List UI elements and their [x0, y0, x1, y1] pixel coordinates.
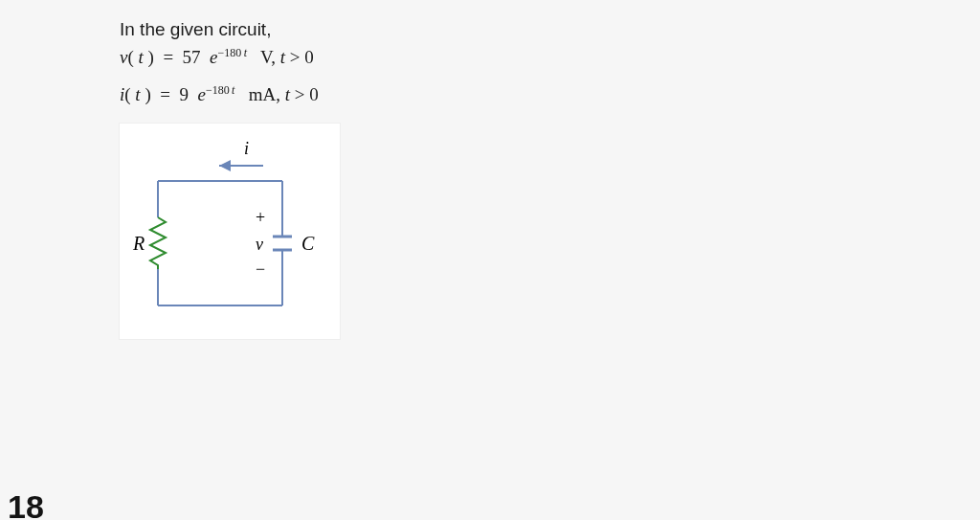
equation-current: i( t ) = 9 e−180 t mA, t > 0: [120, 83, 646, 105]
equation-voltage: v( t ) = 57 e−180 t V, t > 0: [120, 46, 646, 68]
capacitor-icon: [273, 237, 292, 250]
voltage-label: v: [256, 235, 263, 254]
polarity-plus: +: [256, 208, 265, 227]
current-label: i: [244, 139, 249, 158]
circuit-diagram: i R C + v −: [120, 124, 340, 339]
current-arrow-icon: [219, 160, 263, 171]
capacitor-label: C: [301, 233, 315, 254]
resistor-icon: [150, 217, 166, 269]
problem-lead: In the given circuit,: [120, 19, 646, 40]
polarity-minus: −: [256, 260, 265, 279]
page-number-hint: 18: [8, 488, 44, 520]
resistor-label: R: [132, 233, 145, 254]
svg-marker-9: [219, 160, 231, 171]
